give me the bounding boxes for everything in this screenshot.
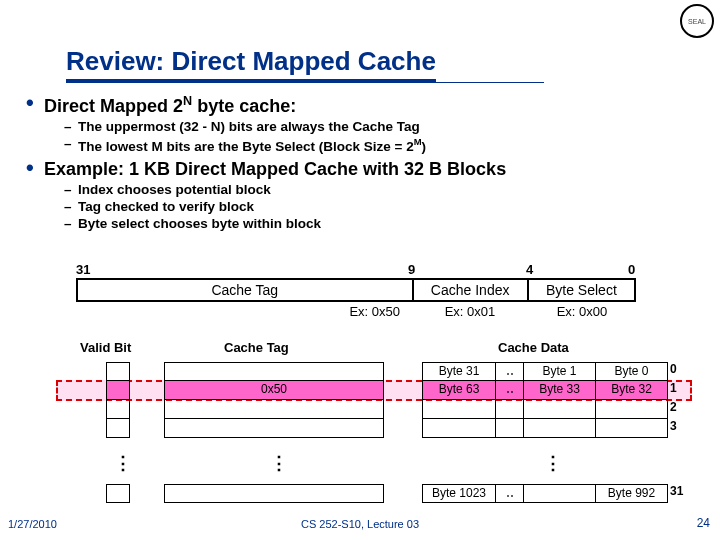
address-diagram: 31 9 4 0 Cache Tag Cache Index Byte Sele… [76,262,636,319]
sub-lowest: – The lowest M bits are the Byte Select … [64,136,706,155]
example-values: Ex: 0x50 Ex: 0x01 Ex: 0x00 [76,304,636,319]
vertical-dots-icon: ⋮ [270,452,289,474]
bullet-example: • Example: 1 KB Direct Mapped Cache with… [26,159,706,180]
dash-icon: – [64,136,78,155]
bit-31: 31 [76,262,90,277]
bullet-sup: N [183,94,192,108]
bullet-text-pre: Direct Mapped 2 [44,96,183,116]
seal-icon: SEAL [680,4,714,38]
vertical-dots-icon: ⋮ [114,452,133,474]
dash-icon: – [64,182,78,199]
table-row [422,400,668,419]
bullet-dot-icon: • [26,159,44,180]
sub-index: –Index chooses potential block [64,182,706,199]
table-row [106,362,130,381]
tag-column: 0x50 [164,362,384,438]
sub-text: Index chooses potential block [78,182,271,199]
cell-byte63: Byte 63 [423,381,495,399]
bit-9: 9 [408,262,415,277]
vertical-dots-icon: ⋮ [544,452,563,474]
footer-course: CS 252-S10, Lecture 03 [0,518,720,530]
sub-byteselect: –Byte select chooses byte within block [64,216,706,233]
ex-bsel: Ex: 0x00 [528,304,636,319]
field-cache-tag: Cache Tag [78,280,412,300]
sub-text: The uppermost (32 - N) bits are always t… [78,119,420,136]
cell-dots: ‥ [495,381,523,399]
cell-empty [523,485,595,502]
cell-byte32: Byte 32 [595,381,667,399]
cell-dots: ‥ [495,363,523,380]
header-valid-bit: Valid Bit [80,340,131,355]
sub-sup: M [414,136,422,147]
cache-table: Valid Bit Cache Tag Cache Data 0x50 Byte… [54,340,694,358]
field-byte-select: Byte Select [527,280,634,300]
dash-icon: – [64,199,78,216]
table-row [422,419,668,438]
cell-byte33: Byte 33 [523,381,595,399]
cell-byte31: Byte 31 [423,363,495,380]
sub-post: ) [422,138,427,153]
bit-0: 0 [628,262,635,277]
table-row: Byte 63 ‥ Byte 33 Byte 32 [422,381,668,400]
data-column: Byte 31 ‥ Byte 1 Byte 0 Byte 63 ‥ Byte 3… [422,362,668,438]
table-row: Byte 31 ‥ Byte 1 Byte 0 [422,362,668,381]
table-row: 0x50 [164,381,384,400]
sub-text: Byte select chooses byte within block [78,216,321,233]
cell-byte0: Byte 0 [595,363,667,380]
valid-bit-column [106,362,130,438]
table-row [164,484,384,503]
table-row [106,381,130,400]
bullet-dot-icon: • [26,94,44,117]
table-row [164,362,384,381]
address-fields: Cache Tag Cache Index Byte Select [76,278,636,302]
table-headers: Valid Bit Cache Tag Cache Data [54,340,694,358]
header-cache-data: Cache Data [498,340,569,355]
dash-icon: – [64,216,78,233]
bullet-text: Direct Mapped 2N byte cache: [44,94,296,117]
table-row [164,419,384,438]
ex-tag: Ex: 0x50 [76,304,412,319]
row-index: 2 [670,400,694,419]
header-cache-tag: Cache Tag [224,340,289,355]
table-row [106,484,130,503]
sub-text: The lowest M bits are the Byte Select (B… [78,136,426,155]
bullet-direct-mapped: • Direct Mapped 2N byte cache: [26,94,706,117]
bit-numbers: 31 9 4 0 [76,262,636,278]
table-row: Byte 1023 ‥ Byte 992 [422,484,668,503]
cell-byte1: Byte 1 [523,363,595,380]
row-index-column: 0 1 2 3 [670,362,694,438]
title-underline [66,82,544,83]
table-row [164,400,384,419]
row-index: 0 [670,362,694,381]
cell-byte992: Byte 992 [595,485,667,502]
bullet-text-post: byte cache: [192,96,296,116]
field-cache-index: Cache Index [412,280,527,300]
sub-pre: The lowest M bits are the Byte Select (B… [78,138,414,153]
cell-dots: ‥ [495,485,523,502]
ex-index: Ex: 0x01 [412,304,528,319]
cell-byte1023: Byte 1023 [423,485,495,502]
footer-page-number: 24 [697,516,710,530]
bit-4: 4 [526,262,533,277]
bullet-text: Example: 1 KB Direct Mapped Cache with 3… [44,159,506,180]
sub-tag: –Tag checked to verify block [64,199,706,216]
content-area: • Direct Mapped 2N byte cache: –The uppe… [26,94,706,233]
sub-uppermost: –The uppermost (32 - N) bits are always … [64,119,706,136]
table-row [106,419,130,438]
slide-title: Review: Direct Mapped Cache [66,46,436,82]
table-row [106,400,130,419]
dash-icon: – [64,119,78,136]
row-index: 3 [670,419,694,438]
sub-text: Tag checked to verify block [78,199,254,216]
row-index: 31 [670,484,694,503]
row-index: 1 [670,381,694,400]
